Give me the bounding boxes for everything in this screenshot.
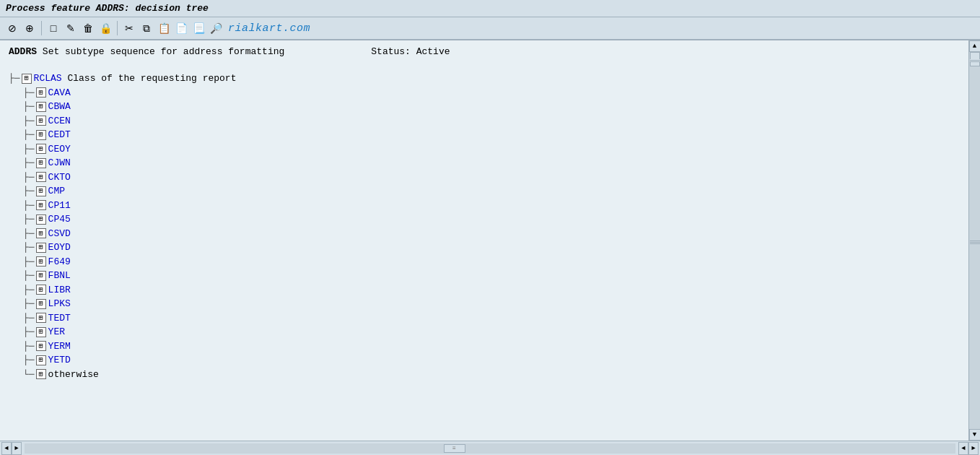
csvd-expand-icon[interactable]: ⊞ — [36, 228, 46, 238]
scroll-up-arrow[interactable]: ▲ — [969, 40, 981, 52]
fbnl-expand-icon[interactable]: ⊞ — [36, 271, 46, 281]
scroll-track[interactable] — [969, 52, 980, 429]
yer-label: YER — [48, 325, 65, 339]
list-item: ├─ ⊞ FBNL — [23, 269, 960, 283]
lpks-label: LPKS — [48, 297, 71, 311]
rclas-node: ├─ ⊞ RCLAS Class of the requesting repor… — [9, 72, 960, 86]
yerm-label: YERM — [48, 339, 71, 354]
paste3-icon[interactable]: 📃 — [191, 20, 206, 36]
cedt-label: CEDT — [48, 128, 71, 142]
list-item: ├─ ⊞ EOYD — [23, 240, 960, 255]
rclas-children: ├─ ⊞ CAVA ├─ ⊞ CBWA ├─ ⊞ CCEN ├─ ⊞ — [9, 86, 960, 382]
delete-icon[interactable]: 🗑 — [80, 20, 96, 36]
bottom-bar: ◄ ► ≡ ◄ ► — [0, 441, 980, 455]
cjwn-expand-icon[interactable]: ⊞ — [36, 158, 46, 168]
bottom-right-arrows: ◄ ► — [957, 442, 980, 455]
tedt-label: TEDT — [48, 311, 71, 326]
zoom-icon[interactable]: ⊕ — [22, 20, 38, 36]
list-item: ├─ ⊞ YERM — [23, 339, 960, 354]
yetd-expand-icon[interactable]: ⊞ — [36, 355, 46, 365]
separator — [41, 21, 42, 35]
cp11-label: CP11 — [48, 199, 71, 213]
eoyd-expand-icon[interactable]: ⊞ — [36, 243, 46, 253]
list-item: ├─ ⊞ CJWN — [23, 156, 960, 170]
cbwa-expand-icon[interactable]: ⊞ — [36, 102, 46, 112]
ckto-label: CKTO — [48, 170, 71, 185]
otherwise-label: otherwise — [48, 368, 99, 382]
separator2 — [117, 21, 118, 35]
list-item: ├─ ⊞ CSVD — [23, 227, 960, 241]
select-icon[interactable]: ⊘ — [4, 20, 20, 36]
tedt-expand-icon[interactable]: ⊞ — [36, 313, 46, 323]
main-area: ADDRS Set subtype sequence for address f… — [0, 40, 980, 441]
cava-expand-icon[interactable]: ⊞ — [36, 87, 46, 98]
toolbar: ⊘ ⊕ □ ✎ 🗑 🔒 ✂ ⧉ 📋 📄 📃 🔎 rialkart.com — [0, 17, 980, 40]
lpks-expand-icon[interactable]: ⊞ — [36, 299, 46, 309]
f649-label: F649 — [48, 255, 71, 269]
list-item: ├─ ⊞ CP11 — [23, 199, 960, 213]
eoyd-label: EOYD — [48, 240, 71, 255]
list-item: ├─ ⊞ CEOY — [23, 142, 960, 157]
ckto-expand-icon[interactable]: ⊞ — [36, 172, 46, 182]
list-item: ├─ ⊞ CMP — [23, 184, 960, 199]
header-row: ADDRS Set subtype sequence for address f… — [9, 46, 960, 63]
scroll-grip-dots — [970, 240, 980, 245]
cjwn-label: CJWN — [48, 156, 71, 170]
list-item: ├─ ⊞ TEDT — [23, 311, 960, 326]
new-icon[interactable]: □ — [45, 20, 61, 36]
list-item: ├─ ⊞ YETD — [23, 353, 960, 368]
fbnl-label: FBNL — [48, 269, 71, 283]
scroll-left-arrow[interactable]: ◄ — [1, 442, 12, 455]
list-item: ├─ ⊞ CCEN — [23, 114, 960, 129]
cp45-expand-icon[interactable]: ⊞ — [36, 214, 46, 225]
copy-icon[interactable]: ⧉ — [139, 20, 154, 36]
scroll-down-arrow[interactable]: ▼ — [969, 429, 981, 441]
list-item: ├─ ⊞ LPKS — [23, 297, 960, 311]
root-node-header: ADDRS Set subtype sequence for address f… — [9, 46, 284, 57]
window-title: Process feature ADDRS: decision tree — [6, 3, 209, 14]
list-item: └─ ⊞ otherwise — [23, 368, 960, 382]
root-name: ADDRS — [9, 46, 37, 57]
list-item: ├─ ⊞ CKTO — [23, 170, 960, 185]
libr-expand-icon[interactable]: ⊞ — [36, 285, 46, 295]
bottom-grip-icon: ≡ — [452, 445, 456, 451]
yer-expand-icon[interactable]: ⊞ — [36, 327, 46, 337]
list-item: ├─ ⊞ CEDT — [23, 128, 960, 142]
edit-icon[interactable]: ✎ — [63, 20, 79, 36]
list-item: ├─ ⊞ YER — [23, 325, 960, 339]
scrollbar-right: ▲ ▼ — [968, 40, 980, 441]
scroll-right-left-arrow[interactable]: ► — [12, 442, 22, 455]
lock-icon[interactable]: 🔒 — [97, 20, 113, 36]
paste1-icon[interactable]: 📋 — [156, 20, 172, 36]
paste2-icon[interactable]: 📄 — [173, 20, 189, 36]
bottom-left-arrows: ◄ ► — [0, 442, 23, 455]
list-item: ├─ ⊞ F649 — [23, 255, 960, 269]
cmp-label: CMP — [48, 184, 65, 199]
cava-label: CAVA — [48, 86, 71, 100]
scroll-next-arrow[interactable]: ► — [968, 442, 979, 455]
otherwise-expand-icon[interactable]: ⊞ — [36, 369, 46, 379]
find-icon[interactable]: 🔎 — [208, 20, 224, 36]
csvd-label: CSVD — [48, 227, 71, 241]
ccen-expand-icon[interactable]: ⊞ — [36, 116, 46, 126]
rclas-expand-icon[interactable]: ⊞ — [22, 74, 32, 84]
cedt-expand-icon[interactable]: ⊞ — [36, 130, 46, 140]
ccen-label: CCEN — [48, 114, 71, 129]
yerm-expand-icon[interactable]: ⊞ — [36, 341, 46, 351]
cp11-expand-icon[interactable]: ⊞ — [36, 200, 46, 210]
rclas-label: RCLAS — [34, 72, 62, 86]
cut-icon[interactable]: ✂ — [121, 20, 137, 36]
list-item: ├─ ⊞ CP45 — [23, 212, 960, 227]
bottom-scroll-thumb[interactable]: ≡ — [444, 444, 465, 453]
cmp-expand-icon[interactable]: ⊞ — [36, 186, 46, 196]
list-item: ├─ ⊞ LIBR — [23, 283, 960, 298]
scroll-prev-arrow[interactable]: ◄ — [958, 442, 968, 455]
yetd-label: YETD — [48, 353, 71, 368]
list-item: ├─ ⊞ CBWA — [23, 100, 960, 114]
tree: ├─ ⊞ RCLAS Class of the requesting repor… — [9, 72, 960, 381]
status-display: Status: Active — [371, 46, 450, 63]
cp45-label: CP45 — [48, 212, 71, 227]
ceoy-expand-icon[interactable]: ⊞ — [36, 144, 46, 154]
bottom-scrollbar[interactable]: ≡ — [25, 443, 955, 454]
f649-expand-icon[interactable]: ⊞ — [36, 256, 46, 266]
